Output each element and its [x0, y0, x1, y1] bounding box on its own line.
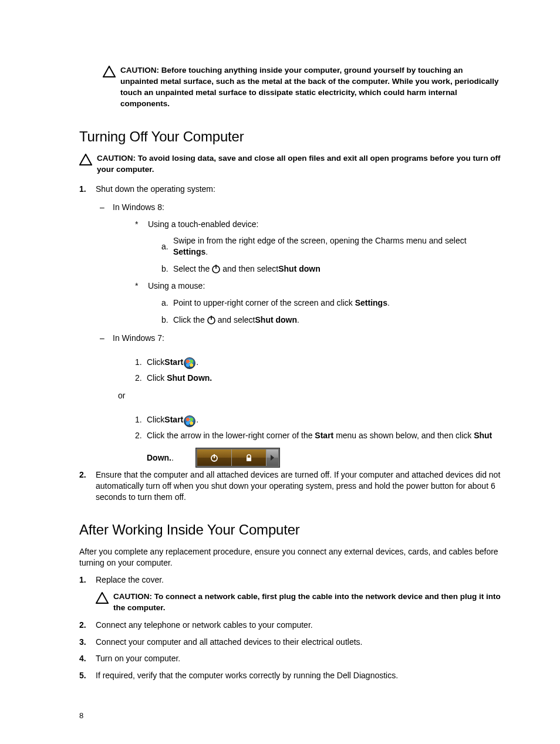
step-1: 1. Shut down the operating system:: [79, 184, 501, 195]
bold-text: Shut: [474, 431, 492, 440]
bold-text: Down.: [147, 452, 171, 464]
win7-a-step-1: 1. Click Start .: [135, 357, 501, 368]
after-step-5: 5. If required, verify that the computer…: [79, 670, 501, 681]
sub-text: Using a mouse:: [148, 280, 205, 292]
caution-icon: [79, 154, 92, 165]
svg-marker-9: [271, 455, 274, 461]
touch-step-a: a. Swipe in from the right edge of the s…: [161, 235, 501, 258]
after-step-1: 1. Replace the cover.: [79, 574, 501, 586]
star-marker: *: [135, 280, 148, 292]
power-icon: [206, 314, 217, 328]
caution-icon: [103, 66, 116, 77]
win7-b-step-1: 1. Click Start .: [135, 414, 501, 425]
svg-marker-1: [80, 154, 92, 165]
step-text: Point to upper-right corner of the scree…: [173, 297, 501, 309]
text-run: .: [297, 314, 299, 326]
step-text: Replace the cover.: [96, 574, 501, 586]
shutdown-arrow-segment: [266, 449, 278, 466]
win7-a-step-2: 2. Click Shut Down.: [135, 373, 501, 384]
caution-network-cable: CAUTION: To connect a network cable, fir…: [96, 591, 501, 614]
bold-text: Start: [315, 431, 333, 440]
letter-marker: a.: [161, 241, 173, 252]
dash-marker: –: [100, 333, 113, 344]
text-run: Click the arrow in the lower-right corne…: [147, 431, 315, 440]
bold-text: Shut down: [278, 263, 321, 275]
step-text: Click the and select Shut down.: [173, 314, 501, 326]
sub-windows-8: – In Windows 8:: [100, 202, 501, 213]
win7-b-step-2: 2. Click the arrow in the lower-right co…: [135, 430, 501, 464]
start-orb-icon: [184, 357, 195, 369]
text-run: .: [205, 247, 208, 256]
or-separator: or: [118, 390, 501, 401]
letter-marker: b.: [161, 263, 173, 275]
bold-text: Start: [164, 414, 183, 425]
step-text: Connect your computer and all attached d…: [96, 637, 501, 648]
shutdown-button-image: [196, 448, 279, 467]
step-marker: 1.: [79, 574, 96, 586]
sub-text: In Windows 7:: [113, 333, 164, 344]
text-run: Click: [147, 357, 164, 368]
text-run: Select the: [173, 263, 210, 275]
power-icon: [211, 263, 221, 277]
dash-marker: –: [100, 202, 113, 213]
bold-text: Settings: [355, 298, 387, 307]
step-text: Click the arrow in the lower-right corne…: [147, 430, 501, 464]
sub-text: In Windows 8:: [113, 202, 164, 213]
svg-marker-0: [103, 66, 115, 77]
digit-marker: 2.: [135, 430, 147, 441]
bold-text: Start: [164, 357, 183, 368]
step-text: Select the and then select Shut down: [173, 263, 501, 275]
step-text: Shut down the operating system:: [96, 184, 501, 195]
caution-static-electricity: CAUTION: Before touching anything inside…: [103, 65, 501, 110]
letter-marker: b.: [161, 314, 173, 326]
text-run: .: [196, 414, 198, 425]
bold-text: Shut down: [255, 314, 298, 326]
caution-text: CAUTION: To connect a network cable, fir…: [113, 591, 501, 614]
text-run: .: [387, 298, 390, 307]
sub-mouse: * Using a mouse:: [135, 280, 501, 292]
digit-marker: 2.: [135, 373, 147, 384]
step-text: Turn on your computer.: [96, 653, 501, 664]
step-marker: 4.: [79, 653, 96, 664]
step-marker: 3.: [79, 637, 96, 648]
start-orb-icon: [184, 415, 195, 427]
step-text: Click Start .: [147, 357, 198, 368]
svg-marker-10: [96, 593, 108, 603]
text-run: Click: [147, 373, 167, 383]
text-run: .: [196, 357, 198, 368]
bold-text: Settings: [173, 247, 205, 256]
text-run: Click the: [173, 314, 205, 326]
shutdown-power-segment: [197, 449, 232, 466]
touch-step-b: b. Select the and then select Shut down: [161, 263, 501, 275]
text-run: and select: [218, 314, 255, 326]
sub-text: Using a touch-enabled device:: [148, 219, 258, 230]
sub-touch-device: * Using a touch-enabled device:: [135, 219, 501, 230]
text-run: Point to upper-right corner of the scree…: [173, 298, 355, 307]
caution-text: CAUTION: Before touching anything inside…: [120, 65, 501, 110]
step-text: Connect any telephone or network cables …: [96, 620, 501, 631]
step-marker: 1.: [79, 184, 96, 195]
text-run: Swipe in from the right edge of the scre…: [173, 236, 467, 245]
heading-after-working: After Working Inside Your Computer: [79, 520, 501, 539]
bold-text: Shut Down.: [167, 373, 212, 383]
letter-marker: a.: [161, 297, 173, 309]
step-text: Ensure that the computer and all attache…: [96, 469, 501, 503]
after-step-4: 4. Turn on your computer.: [79, 653, 501, 664]
step-text: Click Start .: [147, 414, 198, 425]
after-paragraph: After you complete any replacement proce…: [79, 546, 501, 569]
step-2: 2. Ensure that the computer and all atta…: [79, 469, 501, 503]
step-marker: 2.: [79, 620, 96, 631]
step-marker: 5.: [79, 670, 96, 681]
digit-marker: 1.: [135, 357, 147, 368]
after-step-3: 3. Connect your computer and all attache…: [79, 637, 501, 648]
shutdown-lock-segment: [232, 449, 266, 466]
text-run: .: [171, 452, 174, 464]
text-run: menu as shown below, and then click: [333, 431, 474, 440]
mouse-step-a: a. Point to upper-right corner of the sc…: [161, 297, 501, 309]
document-page: CAUTION: Before touching anything inside…: [0, 0, 560, 744]
digit-marker: 1.: [135, 414, 147, 425]
after-step-2: 2. Connect any telephone or network cabl…: [79, 620, 501, 631]
caution-text: CAUTION: To avoid losing data, save and …: [97, 153, 501, 175]
svg-rect-8: [247, 458, 251, 461]
mouse-step-b: b. Click the and select Shut down.: [161, 314, 501, 326]
